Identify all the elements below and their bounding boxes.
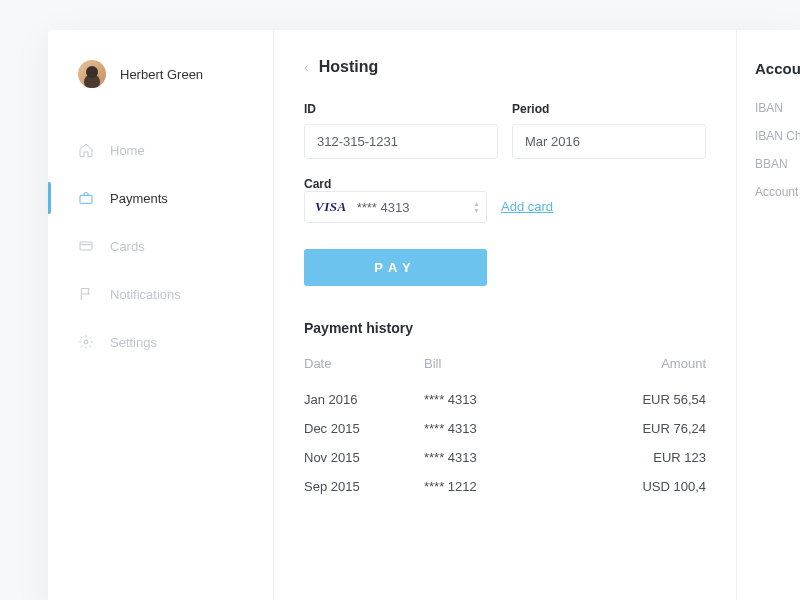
profile-name: Herbert Green	[120, 67, 203, 82]
sidebar-item-settings[interactable]: Settings	[48, 318, 273, 366]
pay-button[interactable]: PAY	[304, 249, 487, 286]
nav-label: Cards	[110, 239, 145, 254]
card-label: Card	[304, 177, 706, 191]
cell-date: Sep 2015	[304, 479, 424, 494]
cell-bill: **** 4313	[424, 392, 616, 407]
app-window: Herbert Green Home Payments Cards Notifi…	[48, 30, 800, 600]
back-chevron-icon[interactable]: ‹	[304, 59, 309, 75]
cell-date: Jan 2016	[304, 392, 424, 407]
cell-amount: USD 100,4	[616, 479, 706, 494]
avatar	[78, 60, 106, 88]
field-period: Period	[512, 102, 706, 159]
field-card: Card	[304, 177, 706, 191]
gear-icon	[78, 334, 94, 350]
col-bill-header: Bill	[424, 356, 616, 371]
card-select[interactable]: VISA **** 4313 ▲▼	[304, 191, 487, 223]
nav-label: Home	[110, 143, 145, 158]
page-title: Hosting	[319, 58, 379, 76]
cell-bill: **** 4313	[424, 450, 616, 465]
table-row: Sep 2015 **** 1212 USD 100,4	[304, 472, 706, 501]
briefcase-icon	[78, 190, 94, 206]
cell-bill: **** 4313	[424, 421, 616, 436]
sidebar: Herbert Green Home Payments Cards Notifi…	[48, 30, 274, 600]
account-title: Account	[755, 60, 800, 77]
sidebar-item-home[interactable]: Home	[48, 126, 273, 174]
flag-icon	[78, 286, 94, 302]
profile[interactable]: Herbert Green	[48, 60, 273, 126]
home-icon	[78, 142, 94, 158]
nav-label: Settings	[110, 335, 157, 350]
svg-point-3	[84, 340, 88, 344]
add-card-link[interactable]: Add card	[501, 199, 553, 223]
id-label: ID	[304, 102, 498, 116]
svg-rect-1	[80, 242, 92, 250]
cell-date: Dec 2015	[304, 421, 424, 436]
col-date-header: Date	[304, 356, 424, 371]
account-label: Account Number	[755, 185, 800, 199]
period-label: Period	[512, 102, 706, 116]
card-row: VISA **** 4313 ▲▼ Add card	[304, 191, 706, 223]
table-row: Dec 2015 **** 4313 EUR 76,24	[304, 414, 706, 443]
card-masked: **** 4313	[357, 200, 410, 215]
account-label: BBAN	[755, 157, 800, 171]
account-label: IBAN Check	[755, 129, 800, 143]
nav-label: Notifications	[110, 287, 181, 302]
cell-date: Nov 2015	[304, 450, 424, 465]
field-id: ID	[304, 102, 498, 159]
card-icon	[78, 238, 94, 254]
visa-logo: VISA	[315, 199, 347, 215]
period-input[interactable]	[512, 124, 706, 159]
cell-amount: EUR 123	[616, 450, 706, 465]
main-content: ‹ Hosting ID Period Card VISA **** 4313 …	[274, 30, 736, 600]
sidebar-item-notifications[interactable]: Notifications	[48, 270, 273, 318]
svg-rect-0	[80, 195, 92, 203]
history-table: Date Bill Amount Jan 2016 **** 4313 EUR …	[304, 356, 706, 501]
form-row-1: ID Period	[304, 102, 706, 159]
stepper-icon[interactable]: ▲▼	[473, 196, 480, 218]
account-label: IBAN	[755, 101, 800, 115]
sidebar-item-cards[interactable]: Cards	[48, 222, 273, 270]
title-row: ‹ Hosting	[304, 58, 706, 76]
col-amount-header: Amount	[616, 356, 706, 371]
history-title: Payment history	[304, 320, 706, 336]
table-row: Jan 2016 **** 4313 EUR 56,54	[304, 385, 706, 414]
sidebar-item-payments[interactable]: Payments	[48, 174, 273, 222]
cell-amount: EUR 56,54	[616, 392, 706, 407]
table-row: Nov 2015 **** 4313 EUR 123	[304, 443, 706, 472]
nav-label: Payments	[110, 191, 168, 206]
cell-bill: **** 1212	[424, 479, 616, 494]
history-head: Date Bill Amount	[304, 356, 706, 371]
cell-amount: EUR 76,24	[616, 421, 706, 436]
nav: Home Payments Cards Notifications Settin…	[48, 126, 273, 366]
account-panel: Account IBAN IBAN Check BBAN Account Num…	[736, 30, 800, 600]
id-input[interactable]	[304, 124, 498, 159]
